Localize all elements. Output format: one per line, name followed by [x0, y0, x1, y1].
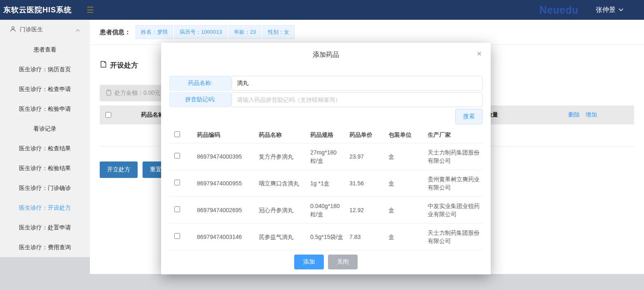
drug-spec: 27mg*180粒/盒 — [310, 148, 349, 165]
chevron-down-icon — [618, 8, 623, 12]
hamburger-icon[interactable]: ☰ — [87, 6, 94, 14]
sidebar-item-visit-records[interactable]: 看诊记录 — [0, 119, 90, 138]
patient-age-tag: 年龄：23 — [229, 25, 261, 39]
clipboard-icon — [106, 89, 112, 97]
close-icon[interactable]: × — [477, 49, 482, 58]
modal-header: 添加药品 × — [161, 43, 491, 67]
topbar-right: Neuedu 张仲景 — [539, 4, 623, 16]
drug-manufacturer: 天士力制药集团股份有限公司 — [428, 148, 482, 165]
topbar: 东软云医院HIS系统 ☰ Neuedu 张仲景 — [0, 0, 644, 20]
pinyin-code-label: 拼音助记码: — [169, 92, 231, 107]
sidebar-item-lab-apply[interactable]: 医生诊疗：检验申请 — [0, 99, 90, 119]
column-package-unit: 包装单位 — [389, 131, 428, 139]
search-row: 搜索 — [161, 109, 491, 124]
sidebar-item-lab-results[interactable]: 医生诊疗：检验结果 — [0, 158, 90, 178]
pinyin-code-row: 拼音助记码: — [169, 92, 482, 107]
drug-unit: 盒 — [389, 206, 428, 214]
select-all-checkbox[interactable] — [105, 112, 111, 118]
sidebar: 门诊医生 患者查看 医生诊疗：病历首页 医生诊疗：检查申请 医生诊疗：检验申请 … — [0, 20, 90, 257]
delete-link[interactable]: 删除 — [568, 111, 580, 119]
drug-code: 86979474000955 — [197, 179, 259, 187]
column-drug-name: 药品名称 — [141, 111, 164, 119]
pinyin-code-input[interactable] — [232, 92, 482, 107]
drug-spec: 1g *1盒 — [310, 179, 349, 187]
user-menu[interactable]: 张仲景 — [596, 6, 623, 14]
drug-name-input[interactable] — [232, 76, 482, 91]
drug-row: 86979474000395 复方丹参滴丸 27mg*180粒/盒 23.97 … — [169, 143, 482, 170]
column-drug-price: 药品单价 — [349, 131, 389, 139]
drug-row: 86979474000955 咽立爽口含滴丸 1g *1盒 31.56 盒 贵州… — [169, 170, 482, 197]
sidebar-item-exam-apply[interactable]: 医生诊疗：检查申请 — [0, 79, 90, 99]
sidebar-item-outpatient-diagnosis[interactable]: 医生诊疗：门诊确诊 — [0, 178, 90, 198]
sidebar-section-outpatient-doctor[interactable]: 门诊医生 — [0, 20, 90, 40]
patient-name-tag: 姓名：梦琪 — [136, 25, 173, 39]
drug-table-header: 药品编码 药品名称 药品规格 药品单价 包装单位 生产厂家 — [169, 127, 482, 143]
add-button[interactable]: 添加 — [294, 255, 324, 269]
drug-row: 86979474002695 冠心丹参滴丸 0.040g*180粒/盒 12.9… — [169, 197, 482, 224]
drug-name-label: 药品名称: — [169, 76, 231, 91]
column-drug-name: 药品名称 — [259, 131, 310, 139]
add-drug-modal: 添加药品 × 药品名称: 拼音助记码: 搜索 药品编码 药品名称 药品规格 药品… — [161, 43, 491, 274]
drug-name-row: 药品名称: — [169, 76, 482, 91]
sidebar-item-disposal-apply[interactable]: 医生诊疗：处置申请 — [0, 218, 90, 237]
drug-code: 86979474003146 — [197, 233, 259, 241]
sidebar-item-exam-results[interactable]: 医生诊疗：检查结果 — [0, 138, 90, 158]
drug-name: 复方丹参滴丸 — [259, 152, 310, 161]
prescription-amount-text: 处方金额：0.00元 — [115, 89, 160, 97]
drug-code: 86979474000395 — [197, 152, 259, 161]
drug-row: 86979474003146 芪参益气滴丸 0.5g*15袋/盒 7.83 盒 … — [169, 224, 482, 250]
drug-spec: 0.040g*180粒/盒 — [310, 202, 349, 219]
patient-gender-tag: 性别：女 — [262, 25, 295, 39]
add-link[interactable]: 增加 — [585, 111, 597, 119]
select-all-drugs-checkbox[interactable] — [174, 131, 180, 137]
close-button[interactable]: 关闭 — [328, 255, 358, 269]
person-icon — [10, 26, 16, 33]
drug-unit: 盒 — [389, 179, 428, 187]
page-title-text: 开设处方 — [110, 61, 138, 70]
drug-row-checkbox[interactable] — [174, 233, 180, 239]
drug-row-checkbox[interactable] — [174, 180, 180, 185]
drug-manufacturer: 中发实业集团业锐药业有限公司 — [428, 202, 482, 219]
column-drug-code: 药品编码 — [197, 131, 259, 139]
search-button[interactable]: 搜索 — [455, 109, 482, 124]
drug-code: 86979474002695 — [197, 206, 259, 214]
drug-name: 咽立爽口含滴丸 — [259, 179, 310, 187]
sidebar-section-label: 门诊医生 — [20, 26, 43, 33]
drug-manufacturer: 天士力制药集团股份有限公司 — [428, 229, 482, 246]
drug-row-checkbox[interactable] — [174, 153, 180, 159]
drug-price: 12.92 — [349, 206, 389, 214]
drug-name: 芪参益气滴丸 — [259, 233, 310, 241]
user-name: 张仲景 — [596, 6, 616, 14]
sidebar-item-patient-view[interactable]: 患者查看 — [0, 40, 90, 59]
document-icon — [100, 61, 107, 70]
drug-spec: 0.5g*15袋/盒 — [310, 233, 349, 241]
app-title: 东软云医院HIS系统 — [3, 5, 72, 15]
drug-price: 7.83 — [349, 233, 389, 241]
column-manufacturer: 生产厂家 — [428, 131, 482, 139]
drug-unit: 盒 — [389, 233, 428, 241]
prescription-amount-display: 处方金额：0.00元 — [100, 85, 166, 101]
sidebar-menu: 患者查看 医生诊疗：病历首页 医生诊疗：检查申请 医生诊疗：检验申请 看诊记录 … — [0, 40, 90, 257]
drug-price: 23.97 — [349, 152, 389, 161]
drug-unit: 盒 — [389, 152, 428, 161]
drug-results-table: 药品编码 药品名称 药品规格 药品单价 包装单位 生产厂家 8697947400… — [169, 127, 482, 250]
drug-price: 31.56 — [349, 179, 389, 187]
modal-title: 添加药品 — [313, 51, 339, 59]
drug-search-form: 药品名称: 拼音助记码: — [161, 76, 491, 107]
brand-logo: Neuedu — [539, 4, 578, 16]
column-drug-spec: 药品规格 — [310, 131, 349, 139]
patient-info-label: 患者信息： — [100, 28, 131, 36]
sidebar-item-create-prescription[interactable]: 医生诊疗：开设处方 — [0, 198, 90, 218]
drug-row-checkbox[interactable] — [174, 206, 180, 212]
patient-info-bar: 患者信息： 姓名：梦琪 病历号：1000013 年龄：23 性别：女 — [90, 20, 644, 45]
patient-record-number-tag: 病历号：1000013 — [174, 25, 227, 39]
chevron-up-icon — [75, 26, 80, 33]
sidebar-item-fee-inquiry[interactable]: 医生诊疗：费用查询 — [0, 237, 90, 257]
create-prescription-button[interactable]: 开立处方 — [100, 161, 138, 178]
sidebar-item-medical-record-home[interactable]: 医生诊疗：病历首页 — [0, 59, 90, 79]
modal-footer: 添加 关闭 — [161, 255, 491, 269]
drug-manufacturer: 贵州黄果树立爽药业有限公司 — [428, 175, 482, 192]
drug-name: 冠心丹参滴丸 — [259, 206, 310, 214]
